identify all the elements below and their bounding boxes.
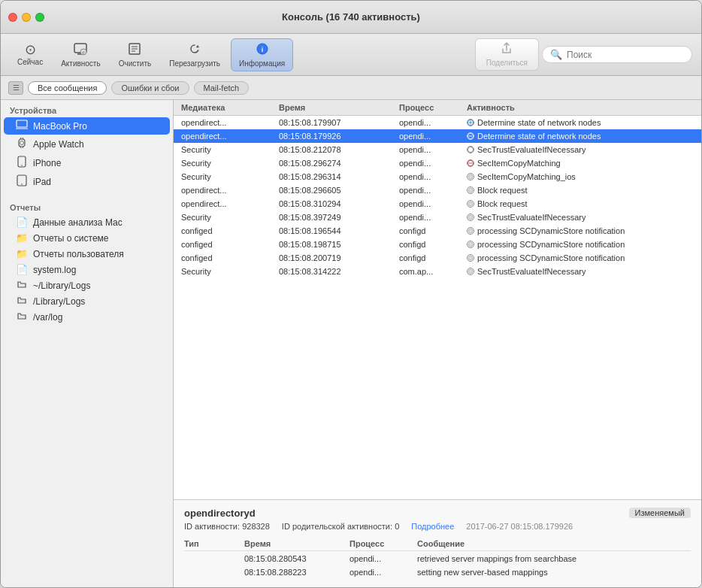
row-lib: opendirect...: [181, 118, 279, 127]
sidebar-item-system-reports[interactable]: 📁 Отчеты о системе: [4, 230, 170, 246]
table-header: Медиатека Время Процесс Активность: [174, 100, 701, 116]
ipad-label: iPad: [33, 177, 51, 187]
row-activity: Block request: [467, 199, 694, 208]
sidebar-item-macbook[interactable]: MacBook Pro: [4, 117, 170, 135]
sidebar-item-mac-analysis[interactable]: 📄 Данные анализа Мас: [4, 214, 170, 230]
sidebar-item-var-log[interactable]: /var/log: [4, 309, 170, 325]
maximize-button[interactable]: [35, 13, 44, 22]
activity-dot-icon: [467, 159, 474, 167]
detail-meta: ID активности: 928328 ID родительской ак…: [184, 522, 691, 531]
table-row[interactable]: Security 08:15:08.296274 opendi... SecIt…: [174, 156, 701, 170]
activity-id-label: ID активности: 928328: [184, 522, 270, 531]
share-icon: [501, 42, 513, 57]
activity-dot-icon: [467, 227, 474, 235]
filter-mailfetch[interactable]: Mail-fetch: [194, 81, 250, 95]
detail-process: opendirectoryd: [184, 508, 256, 519]
row-activity: Determine state of network nodes: [467, 118, 694, 127]
row-time: 08:15:08.200719: [279, 253, 399, 262]
close-button[interactable]: [8, 13, 17, 22]
reload-icon: [187, 42, 202, 58]
search-input[interactable]: [567, 50, 684, 60]
sidebar-item-library-logs[interactable]: /Library/Logs: [4, 293, 170, 309]
sidebar-item-user-reports[interactable]: 📁 Отчеты пользователя: [4, 246, 170, 262]
svg-point-14: [20, 141, 24, 145]
folder-expand-icon-2: [16, 296, 28, 307]
row-proc: opendi...: [399, 199, 467, 208]
svg-rect-11: [17, 120, 27, 127]
now-label: Сейчас: [17, 58, 43, 66]
filter-all[interactable]: Все сообщения: [28, 81, 107, 95]
sub-table-row[interactable]: 08:15:08.280543 opendi... retrieved serv…: [184, 553, 691, 566]
share-label: Поделиться: [486, 59, 528, 67]
row-proc: opendi...: [399, 118, 467, 127]
row-proc: opendi...: [399, 213, 467, 222]
sidebar-item-applewatch[interactable]: Apple Watch: [4, 135, 170, 153]
row-lib: Security: [181, 145, 279, 154]
svg-text:i: i: [261, 46, 263, 53]
svg-point-34: [468, 174, 473, 179]
sidebar-item-system-log[interactable]: 📄 system.log: [4, 262, 170, 277]
sub-col-type: Тип: [184, 539, 244, 548]
more-link[interactable]: Подробнее: [411, 522, 454, 531]
share-button[interactable]: Поделиться: [475, 38, 539, 71]
now-button[interactable]: ⊙ Сейчас: [10, 40, 50, 69]
table-row[interactable]: opendirect... 08:15:08.179907 opendi... …: [174, 116, 701, 129]
info-label: Информация: [239, 59, 285, 68]
titlebar: Консоль (16 740 активность): [1, 1, 701, 34]
table-row[interactable]: opendirect... 08:15:08.296605 opendi... …: [174, 183, 701, 197]
col-header-lib: Медиатека: [181, 103, 279, 112]
sidebar-item-library-logs-user[interactable]: ~/Library/Logs: [4, 277, 170, 293]
svg-text:✆: ✆: [82, 50, 85, 55]
file-icon: 📄: [16, 217, 28, 228]
sub-row-message: setting new server-based mappings: [417, 568, 691, 578]
table-row[interactable]: Security 08:15:08.212078 opendi... SecTr…: [174, 143, 701, 156]
activity-button[interactable]: ✆ Активность: [53, 39, 108, 71]
filter-errors[interactable]: Ошибки и сбои: [111, 81, 189, 95]
toolbar: ⊙ Сейчас ✆ Активность: [1, 34, 701, 76]
clear-button[interactable]: Очистить: [111, 39, 159, 71]
detail-tag: Изменяемый: [629, 508, 691, 518]
sub-row-proc: opendi...: [349, 554, 417, 565]
activity-dot-icon: [467, 200, 474, 208]
table-row[interactable]: opendirect... 08:15:08.310294 opendi... …: [174, 197, 701, 211]
window-controls: [8, 13, 44, 22]
activity-dot-icon: [467, 268, 474, 275]
row-proc: com.ap...: [399, 267, 467, 276]
laptop-icon: [16, 120, 28, 132]
row-proc: configd: [399, 226, 467, 235]
minimize-button[interactable]: [22, 13, 31, 22]
svg-point-37: [468, 215, 473, 220]
svg-point-35: [468, 188, 473, 192]
folder-expand-icon-3: [16, 311, 28, 323]
table-row[interactable]: configed 08:15:08.198715 configd process…: [174, 238, 701, 251]
row-activity: processing SCDynamicStore notification: [467, 240, 694, 249]
table-row[interactable]: configed 08:15:08.196544 configd process…: [174, 224, 701, 238]
sidebar-item-ipad[interactable]: iPad: [4, 172, 170, 191]
sub-table-row[interactable]: 08:15:08.288223 opendi... setting new se…: [184, 566, 691, 580]
activity-dot-icon: [467, 186, 474, 194]
reload-button[interactable]: Перезагрузить: [162, 39, 228, 71]
info-button[interactable]: i Информация: [231, 38, 293, 71]
parent-id-value: 0: [395, 522, 399, 531]
detail-date: 2017-06-27 08:15:08.179926: [466, 522, 573, 531]
table-row[interactable]: Security 08:15:08.397249 opendi... SecTr…: [174, 211, 701, 224]
row-time: 08:15:08.397249: [279, 213, 399, 222]
row-proc: configd: [399, 253, 467, 262]
activity-dot-icon: [467, 173, 474, 180]
row-proc: opendi...: [399, 132, 467, 141]
row-lib: Security: [181, 267, 279, 276]
activity-label: Активность: [61, 59, 101, 68]
sidebar-item-iphone[interactable]: iPhone: [4, 153, 170, 172]
table-row[interactable]: Security 08:15:08.314222 com.ap... SecTr…: [174, 265, 701, 278]
clear-icon: [127, 42, 142, 58]
row-time: 08:15:08.196544: [279, 226, 399, 235]
table-row[interactable]: opendirect... 08:15:08.179926 opendi... …: [174, 129, 701, 143]
row-time: 08:15:08.310294: [279, 199, 399, 208]
table-row[interactable]: Security 08:15:08.296314 opendi... SecIt…: [174, 170, 701, 183]
sub-col-proc: Процесс: [349, 539, 417, 548]
search-bar[interactable]: 🔍: [542, 46, 692, 63]
search-icon: 🔍: [550, 49, 562, 60]
table-row[interactable]: configed 08:15:08.200719 configd process…: [174, 251, 701, 265]
row-time: 08:15:08.198715: [279, 240, 399, 249]
filter-toggle[interactable]: ☰: [8, 81, 23, 95]
